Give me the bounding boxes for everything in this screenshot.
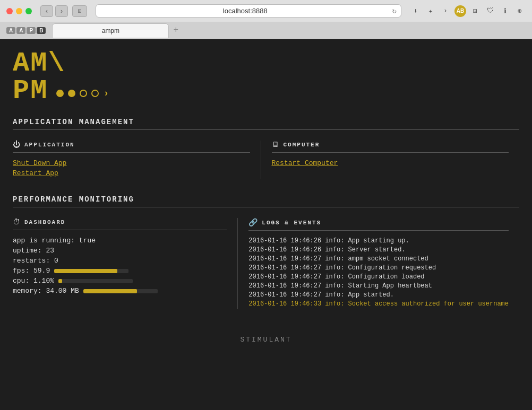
logs-title: LOGS & EVENTS [262,220,321,226]
computer-column: 🖥 COMPUTER Restart Computer [261,141,520,179]
back-button[interactable]: ‹ [40,5,53,17]
logo-line1: AM\ [13,50,109,77]
app-management-header: APPLICATION MANAGEMENT [13,118,519,130]
browser-tabbar: A A P B ampm + [0,22,532,39]
stat-memory: memory: 34.00 MB [13,287,227,295]
brand-name: STIMULANT [240,336,291,344]
performance-grid: ⏱ DASHBOARD app is running: true uptime:… [13,218,519,309]
ext-badge-p: P [27,27,36,34]
download-icon[interactable]: ⬇ [410,5,422,17]
dashboard-column: ⏱ DASHBOARD app is running: true uptime:… [13,218,237,309]
ext-badge-a2: A [16,27,25,34]
memory-bar-fill [83,289,137,293]
pocket-icon[interactable]: ⊡ [469,5,481,17]
address-bar-container: localhost:8888 ↻ [96,4,401,18]
info-icon[interactable]: ℹ [499,5,511,17]
application-column: ⏻ APPLICATION Shut Down App Restart App [13,141,261,179]
app-content: AM\ PM › APPLICATION MANAGEMENT ⏻ [0,39,532,410]
logo-text: AM\ PM › [13,50,109,105]
minimize-button[interactable] [16,8,22,14]
browser-titlebar: ‹ › ⊡ localhost:8888 ↻ ⬇ ✦ › AB ⊡ 🛡 ℹ ⊕ [0,0,532,22]
ext-badge-a1: A [6,27,15,34]
stat-running: app is running: true [13,237,227,245]
log-line-6: 2016-01-16 19:46:27 info: App started. [248,291,509,299]
log-line-7: 2016-01-16 19:46:33 info: Socket access … [248,300,509,308]
logo-angle: › [103,88,109,99]
fullscreen-button[interactable] [25,8,32,14]
monitor-icon: 🖥 [272,141,279,149]
share-icon[interactable]: ⊕ [514,5,526,17]
logs-column: 🔗 LOGS & EVENTS 2016-01-16 19:46:26 info… [237,218,519,309]
reload-button[interactable]: ↻ [392,6,397,15]
shutdown-app-link[interactable]: Shut Down App [13,159,250,167]
star-icon[interactable]: ✦ [425,5,436,17]
dashboard-icon: ⏱ [13,218,20,226]
user-avatar[interactable]: AB [454,5,466,17]
ext-badge-b: B [37,27,46,34]
stat-restarts: restarts: 0 [13,257,227,265]
shield-icon[interactable]: 🛡 [484,5,496,17]
logo-dot-1 [56,90,64,97]
log-line-4: 2016-01-16 19:46:27 info: Configuration … [248,273,509,281]
cpu-bar-fill [58,279,62,283]
computer-column-title: COMPUTER [284,142,320,148]
fps-bar-fill [54,269,117,273]
application-column-title: APPLICATION [24,142,75,148]
stat-cpu: cpu: 1.10% [13,277,227,285]
tab-extensions: A A P B [6,27,46,34]
application-management-section: APPLICATION MANAGEMENT ⏻ APPLICATION Shu… [13,118,519,179]
management-grid: ⏻ APPLICATION Shut Down App Restart App … [13,141,519,179]
logo-dot-3 [80,90,87,97]
traffic-lights [6,8,32,14]
logs-header: 🔗 LOGS & EVENTS [248,218,509,231]
logs-icon: 🔗 [248,218,258,227]
computer-column-header: 🖥 COMPUTER [272,141,509,153]
toolbar-icons: ⬇ ✦ › AB ⊡ 🛡 ℹ ⊕ [410,5,526,17]
performance-title: PERFORMANCE MONITORING [13,195,134,204]
dashboard-title: DASHBOARD [24,219,65,225]
restart-computer-link[interactable]: Restart Computer [272,159,509,167]
logo-dots: › [56,88,109,99]
fps-bar [54,269,128,273]
nav-buttons: ‹ › [40,5,68,17]
logo-dot-2 [68,90,75,97]
performance-monitoring-section: PERFORMANCE MONITORING ⏱ DASHBOARD app i… [13,195,519,309]
stat-uptime: uptime: 23 [13,247,227,255]
log-line-5: 2016-01-16 19:46:27 info: Starting App h… [248,282,509,290]
new-tab-button[interactable]: + [173,25,178,35]
log-line-1: 2016-01-16 19:46:26 info: Server started… [248,246,509,254]
app-management-title: APPLICATION MANAGEMENT [13,118,134,126]
app-footer: STIMULANT [13,325,519,354]
application-column-header: ⏻ APPLICATION [13,141,250,153]
performance-header: PERFORMANCE MONITORING [13,195,519,207]
log-line-2: 2016-01-16 19:46:27 info: ampm socket co… [248,255,509,263]
active-tab[interactable]: ampm [52,23,169,38]
forward-button[interactable]: › [55,5,68,17]
memory-bar [83,289,158,293]
close-button[interactable] [6,8,13,14]
log-line-3: 2016-01-16 19:46:27 info: Configuration … [248,264,509,272]
browser-chrome: ‹ › ⊡ localhost:8888 ↻ ⬇ ✦ › AB ⊡ 🛡 ℹ ⊕ … [0,0,532,39]
logo-line2: PM [13,77,48,105]
cpu-bar [58,279,133,283]
logo-crescent [91,90,99,97]
dashboard-header: ⏱ DASHBOARD [13,218,227,230]
log-line-0: 2016-01-16 19:46:26 info: App starting u… [248,237,509,245]
address-bar[interactable]: localhost:8888 [100,7,390,15]
stat-fps: fps: 59.9 [13,267,227,275]
power-icon: ⏻ [13,141,20,149]
restart-app-link[interactable]: Restart App [13,169,250,177]
logo-section: AM\ PM › [13,50,519,105]
tab-overview-button[interactable]: ⊡ [72,5,87,17]
more-icon[interactable]: › [440,5,451,17]
